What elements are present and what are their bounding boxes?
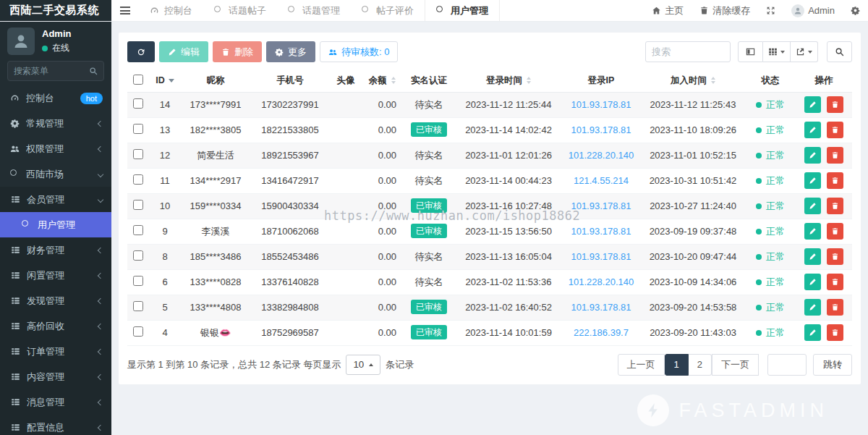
sidebar-item[interactable]: 订单管理 (0, 339, 111, 364)
sidebar-item[interactable]: 控制台hot (0, 85, 111, 111)
sidebar-item[interactable]: 常规管理 (0, 111, 111, 136)
sidebar-toggle-icon[interactable] (111, 0, 139, 21)
export-button[interactable] (791, 41, 818, 62)
next-page-button[interactable]: 下一页 (712, 354, 759, 376)
login-ip-link[interactable]: 101.228.20.140 (569, 276, 634, 287)
row-edit-button[interactable] (804, 96, 821, 113)
table-row[interactable]: 5 133****4808 13382984808 0.00 已审核 2023-… (127, 295, 852, 320)
table-row[interactable]: 9 李溪溪 18710062068 0.00 已审核 2023-11-15 13… (127, 219, 852, 244)
columns-button[interactable] (763, 41, 791, 62)
row-delete-button[interactable] (827, 299, 843, 316)
table-row[interactable]: 12 简爱生活 18921553967 0.00 待实名 2023-11-01 … (127, 143, 852, 168)
table-row[interactable]: 8 185****3486 18552453486 0.00 待实名 2023-… (127, 244, 852, 269)
pending-review-button[interactable]: 待审核数: 0 (320, 41, 398, 62)
home-link[interactable]: 主页 (644, 0, 692, 22)
column-header[interactable]: 登录时间 (456, 69, 561, 92)
topbar-tab[interactable]: 话题管理 (277, 0, 351, 21)
login-ip-link[interactable]: 101.228.20.140 (569, 150, 634, 161)
menu-search-input[interactable] (14, 66, 85, 76)
row-edit-button[interactable] (804, 248, 821, 265)
row-delete-button[interactable] (827, 172, 843, 189)
table-row[interactable]: 4 银银👄 18752969587 0.00 已审核 2023-11-14 10… (127, 320, 852, 345)
sidebar-item[interactable]: 会员管理 (0, 187, 111, 212)
sidebar-item[interactable]: 发现管理 (0, 288, 111, 313)
row-delete-button[interactable] (827, 147, 843, 164)
search-icon (835, 47, 844, 56)
sidebar-item[interactable]: 高价回收 (0, 313, 111, 339)
column-header[interactable]: 余额 (362, 69, 402, 92)
jump-page-input[interactable] (767, 354, 807, 376)
row-edit-button[interactable] (804, 223, 821, 240)
user-menu[interactable]: Admin (783, 0, 843, 22)
settings-button[interactable] (843, 0, 868, 22)
login-ip-link[interactable]: 101.93.178.81 (571, 302, 631, 313)
toggle-view-button[interactable] (738, 41, 763, 62)
sidebar-item[interactable]: 内容管理 (0, 364, 111, 389)
row-checkbox[interactable] (133, 174, 143, 185)
search-input[interactable] (645, 41, 731, 62)
page-number-button[interactable]: 2 (689, 354, 712, 376)
row-delete-button[interactable] (827, 223, 843, 240)
row-checkbox[interactable] (133, 326, 143, 337)
topbar-tab[interactable]: 控制台 (139, 0, 203, 21)
delete-button[interactable]: 删除 (213, 41, 262, 62)
row-edit-button[interactable] (804, 122, 821, 138)
login-ip-link[interactable]: 222.186.39.7 (574, 327, 629, 338)
row-checkbox[interactable] (133, 98, 143, 109)
login-ip-link[interactable]: 101.93.178.81 (571, 124, 631, 135)
row-checkbox[interactable] (133, 149, 143, 159)
row-checkbox[interactable] (133, 301, 143, 311)
search-button[interactable] (827, 41, 852, 62)
column-header[interactable]: 加入时间 (641, 69, 745, 92)
more-button[interactable]: 更多 (266, 41, 315, 62)
row-checkbox[interactable] (133, 276, 143, 286)
table-row[interactable]: 6 133****0828 13376140828 0.00 待实名 2023-… (127, 269, 852, 295)
login-ip-link[interactable]: 101.93.178.81 (571, 226, 631, 237)
row-edit-button[interactable] (804, 274, 821, 290)
row-checkbox[interactable] (133, 200, 143, 210)
column-header[interactable]: ID (149, 69, 181, 92)
row-delete-button[interactable] (827, 248, 843, 265)
row-checkbox[interactable] (133, 250, 143, 261)
prev-page-button[interactable]: 上一页 (618, 354, 665, 376)
login-ip-link[interactable]: 101.93.178.81 (571, 99, 631, 110)
row-delete-button[interactable] (827, 122, 843, 138)
sidebar-item[interactable]: 用户管理 (0, 212, 111, 237)
row-checkbox[interactable] (133, 124, 143, 134)
refresh-button[interactable] (127, 41, 155, 62)
row-delete-button[interactable] (827, 198, 843, 214)
jump-button[interactable]: 跳转 (813, 354, 852, 376)
row-delete-button[interactable] (827, 96, 843, 113)
row-edit-button[interactable] (804, 324, 821, 341)
row-delete-button[interactable] (827, 324, 843, 341)
row-edit-button[interactable] (804, 198, 821, 214)
login-ip-link[interactable]: 101.93.178.81 (571, 251, 631, 262)
select-all-checkbox[interactable] (133, 75, 143, 85)
row-edit-button[interactable] (804, 147, 821, 164)
row-checkbox[interactable] (133, 225, 143, 235)
table-row[interactable]: 14 173****7991 17302237991 0.00 待实名 2023… (127, 92, 852, 117)
topbar-tab[interactable]: 帖子评价 (351, 0, 425, 21)
row-edit-button[interactable] (804, 172, 821, 189)
table-row[interactable]: 13 182****3805 18221533805 0.00 已审核 2023… (127, 117, 852, 143)
row-edit-button[interactable] (804, 299, 821, 316)
row-delete-button[interactable] (827, 274, 843, 290)
table-row[interactable]: 10 159****0334 15900430334 0.00 已审核 2023… (127, 193, 852, 219)
topbar-tab[interactable]: 话题帖子 (203, 0, 277, 21)
clear-cache-link[interactable]: 清除缓存 (692, 0, 758, 22)
page-number-button[interactable]: 1 (665, 354, 689, 376)
sidebar-item[interactable]: 配置信息 (0, 415, 111, 435)
sidebar-item[interactable]: 闲置管理 (0, 263, 111, 288)
login-ip-link[interactable]: 121.4.55.214 (574, 175, 629, 186)
sidebar-item[interactable]: 财务管理 (0, 237, 111, 263)
edit-button[interactable]: 编辑 (159, 41, 208, 62)
page-size-dropdown[interactable]: 10 (346, 355, 380, 375)
sidebar-item[interactable]: 消息管理 (0, 389, 111, 415)
sidebar-item[interactable]: 西陆市场 (0, 161, 111, 187)
sidebar-item[interactable]: 权限管理 (0, 136, 111, 161)
fullscreen-button[interactable] (758, 0, 783, 22)
table-row[interactable]: 11 134****2917 13416472917 0.00 待实名 2023… (127, 168, 852, 193)
login-ip-link[interactable]: 101.93.178.81 (571, 200, 631, 211)
cell-balance: 0.00 (362, 143, 402, 168)
topbar-tab[interactable]: 用户管理 (425, 0, 500, 21)
